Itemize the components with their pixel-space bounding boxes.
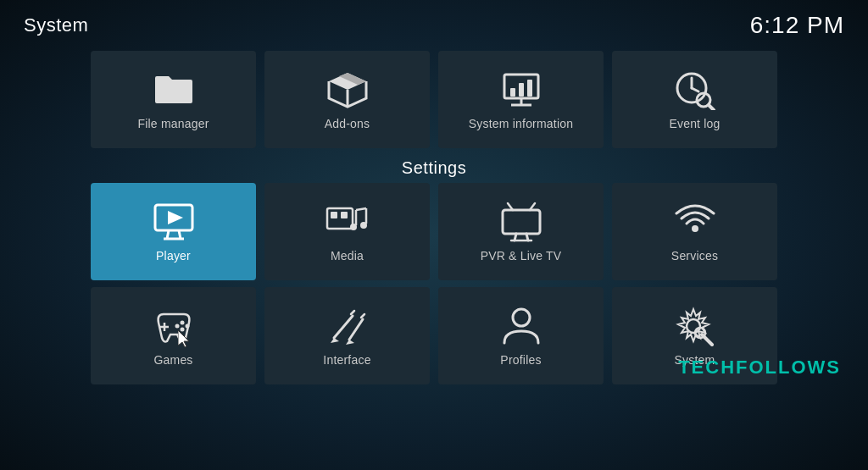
tile-player[interactable]: Player (91, 183, 256, 280)
services-icon (673, 202, 717, 242)
folder-icon (152, 69, 196, 110)
svg-point-33 (692, 225, 698, 232)
top-tiles-row: File manager Add-ons (0, 51, 868, 148)
svg-rect-8 (527, 80, 532, 97)
svg-line-42 (351, 311, 354, 314)
tile-media-label: Media (331, 249, 364, 263)
tv-icon (499, 202, 543, 242)
clock-search-icon (673, 69, 717, 110)
tile-services[interactable]: Services (612, 183, 777, 280)
svg-line-40 (334, 316, 353, 338)
tile-profiles-label: Profiles (500, 353, 541, 367)
settings-row-1: Player Media (20, 183, 848, 280)
tile-pvr-live-tv[interactable]: PVR & Live TV (438, 183, 604, 280)
media-icon (326, 202, 370, 242)
svg-marker-41 (331, 338, 339, 343)
svg-line-23 (356, 208, 366, 210)
tile-interface[interactable]: Interface (264, 287, 430, 384)
svg-marker-44 (346, 340, 354, 345)
system-icon (673, 306, 717, 346)
gamepad-icon (152, 306, 196, 346)
tile-add-ons-label: Add-ons (325, 117, 370, 130)
svg-rect-21 (341, 212, 348, 218)
svg-point-46 (513, 309, 530, 326)
svg-line-13 (709, 105, 714, 110)
tile-add-ons[interactable]: Add-ons (264, 51, 430, 148)
tile-system-information[interactable]: System information (438, 51, 604, 148)
tile-services-label: Services (671, 249, 718, 263)
svg-rect-6 (510, 88, 515, 97)
tile-interface-label: Interface (323, 353, 370, 367)
settings-label: Settings (0, 158, 868, 178)
tile-file-manager-label: File manager (137, 117, 209, 130)
svg-line-11 (692, 88, 698, 91)
watermark: TECHFOLLOWS (678, 357, 841, 379)
profiles-icon (499, 306, 543, 346)
tile-games-label: Games (153, 353, 192, 367)
svg-line-45 (361, 314, 364, 318)
clock: 6:12 PM (750, 12, 844, 39)
player-icon (152, 202, 196, 242)
svg-rect-20 (331, 212, 337, 218)
box-icon (326, 69, 370, 110)
svg-point-26 (360, 222, 367, 229)
tile-media[interactable]: Media (264, 183, 430, 280)
tile-pvr-live-tv-label: PVR & Live TV (481, 249, 562, 263)
svg-line-43 (349, 319, 363, 340)
tile-system-information-label: System information (469, 117, 573, 130)
tile-profiles[interactable]: Profiles (438, 287, 604, 384)
tile-event-log-label: Event log (669, 117, 720, 130)
svg-point-25 (350, 224, 357, 230)
svg-rect-27 (503, 210, 540, 234)
tile-player-label: Player (156, 249, 191, 263)
page-title: System (24, 14, 88, 36)
tile-event-log[interactable]: Event log (612, 51, 777, 148)
svg-point-36 (180, 320, 184, 324)
svg-point-37 (185, 323, 189, 328)
chart-icon (499, 69, 543, 110)
svg-marker-18 (168, 211, 183, 224)
svg-rect-7 (519, 83, 524, 97)
svg-point-39 (175, 323, 179, 328)
tile-file-manager[interactable]: File manager (91, 51, 256, 148)
interface-icon (326, 306, 370, 346)
svg-rect-19 (327, 208, 353, 229)
svg-point-38 (180, 327, 184, 331)
settings-rows: Player Media (0, 183, 868, 384)
tile-games[interactable]: Games (91, 287, 256, 384)
header: System 6:12 PM (0, 0, 868, 47)
